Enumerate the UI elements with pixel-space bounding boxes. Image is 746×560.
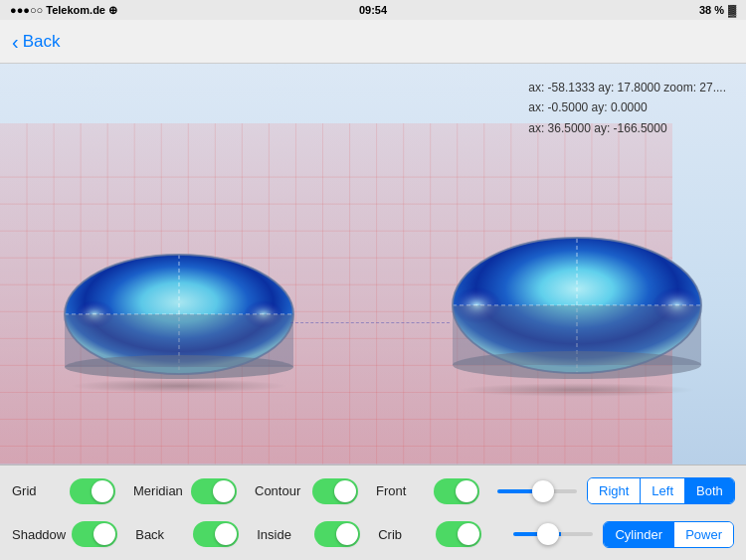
inside-control: Inside — [257, 521, 360, 547]
left-lens-shadow — [70, 379, 288, 393]
meridian-toggle[interactable] — [191, 478, 237, 504]
slider2-container — [513, 532, 593, 536]
shadow-toggle[interactable] — [72, 521, 117, 547]
controls-row-1: Grid Meridian Contour Front Right Left B… — [12, 471, 734, 511]
inside-toggle[interactable] — [314, 521, 360, 547]
carrier-text: ●●●○○ Telekom.de ⊕ — [10, 4, 117, 17]
nav-bar: ‹ Back — [0, 20, 746, 64]
back-toggle[interactable] — [193, 521, 239, 547]
contour-label: Contour — [255, 483, 306, 498]
crib-label: Crib — [378, 527, 430, 542]
lens-selector-group: Right Left Both — [587, 477, 735, 504]
back-button[interactable]: ‹ Back — [12, 32, 60, 52]
status-bar: ●●●○○ Telekom.de ⊕ 09:54 38 % ▓ — [0, 0, 746, 20]
controls-row-2: Shaddow Back Inside Crib Cylinder Power — [12, 515, 734, 555]
status-time: 09:54 — [359, 4, 387, 16]
right-lens-shadow — [458, 383, 696, 397]
status-left: ●●●○○ Telekom.de ⊕ — [10, 4, 117, 17]
contour-control: Contour — [255, 478, 358, 504]
grid-control: Grid — [12, 478, 115, 504]
meridian-control: Meridian — [133, 478, 237, 504]
right-lens — [448, 234, 706, 387]
svg-rect-54 — [453, 305, 701, 365]
crib-control: Crib — [378, 521, 481, 547]
shadow-control: Shaddow — [12, 521, 117, 547]
back-chevron-icon: ‹ — [12, 32, 19, 52]
back-label: Back — [135, 527, 187, 542]
back-label: Back — [23, 32, 61, 52]
power-button[interactable]: Power — [674, 522, 733, 547]
controls-bar: Grid Meridian Contour Front Right Left B… — [0, 465, 746, 560]
front-control: Front — [376, 478, 479, 504]
info-line-2: ax: -0.5000 ay: 0.0000 — [528, 97, 726, 117]
battery-icon: ▓ — [728, 4, 736, 16]
meridian-label: Meridian — [133, 483, 185, 498]
front-toggle[interactable] — [434, 478, 479, 504]
display-selector-group: Cylinder Power — [603, 521, 734, 548]
shadow-label: Shaddow — [12, 527, 66, 542]
info-overlay: ax: -58.1333 ay: 17.8000 zoom: 27.... ax… — [528, 78, 726, 138]
cylinder-button[interactable]: Cylinder — [604, 522, 674, 547]
contour-toggle[interactable] — [312, 478, 358, 504]
inside-label: Inside — [257, 527, 308, 542]
slider2[interactable] — [513, 532, 593, 536]
svg-rect-44 — [65, 314, 293, 367]
slider1[interactable] — [497, 489, 577, 493]
grid-label: Grid — [12, 483, 64, 498]
right-button[interactable]: Right — [588, 478, 641, 503]
slider1-container — [497, 489, 577, 493]
front-label: Front — [376, 483, 428, 498]
3d-viewport[interactable]: ax: -58.1333 ay: 17.8000 zoom: 27.... ax… — [0, 64, 746, 465]
left-button[interactable]: Left — [641, 478, 685, 503]
grid-toggle[interactable] — [70, 478, 115, 504]
status-right: 38 % ▓ — [699, 4, 736, 16]
lens-connector-line — [290, 322, 450, 323]
crib-toggle[interactable] — [436, 521, 481, 547]
battery-text: 38 % — [699, 4, 724, 16]
back-control: Back — [135, 521, 239, 547]
info-line-1: ax: -58.1333 ay: 17.8000 zoom: 27.... — [528, 78, 726, 97]
both-button[interactable]: Both — [685, 478, 734, 503]
info-line-3: ax: 36.5000 ay: -166.5000 — [528, 118, 726, 138]
left-lens — [60, 250, 298, 383]
